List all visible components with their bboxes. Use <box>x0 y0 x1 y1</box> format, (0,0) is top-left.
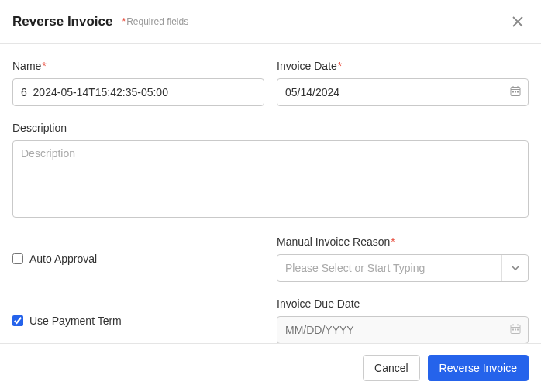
reverse-invoice-button[interactable]: Reverse Invoice <box>428 355 529 381</box>
description-input[interactable] <box>12 140 529 218</box>
auto-approval-checkbox[interactable] <box>12 253 23 264</box>
invoice-date-label: Invoice Date* <box>277 60 529 72</box>
description-label: Description <box>12 122 529 134</box>
close-icon <box>512 16 523 27</box>
auto-approval-label[interactable]: Auto Approval <box>29 253 97 265</box>
modal-title: Reverse Invoice <box>12 14 112 29</box>
manual-reason-select[interactable]: Please Select or Start Typing <box>277 254 529 282</box>
cancel-button[interactable]: Cancel <box>363 355 420 381</box>
required-fields-hint: *Required fields <box>122 16 188 27</box>
manual-reason-label: Manual Invoice Reason* <box>277 236 529 248</box>
name-label: Name* <box>12 60 264 72</box>
invoice-due-date-label: Invoice Due Date <box>277 297 529 310</box>
chevron-down-icon <box>501 255 528 281</box>
use-payment-term-label[interactable]: Use Payment Term <box>29 315 122 327</box>
close-button[interactable] <box>510 14 525 29</box>
manual-reason-placeholder: Please Select or Start Typing <box>285 262 501 274</box>
invoice-due-date-input <box>277 316 529 344</box>
name-input[interactable] <box>12 78 264 106</box>
use-payment-term-checkbox[interactable] <box>12 315 23 326</box>
invoice-date-input[interactable] <box>277 78 529 106</box>
